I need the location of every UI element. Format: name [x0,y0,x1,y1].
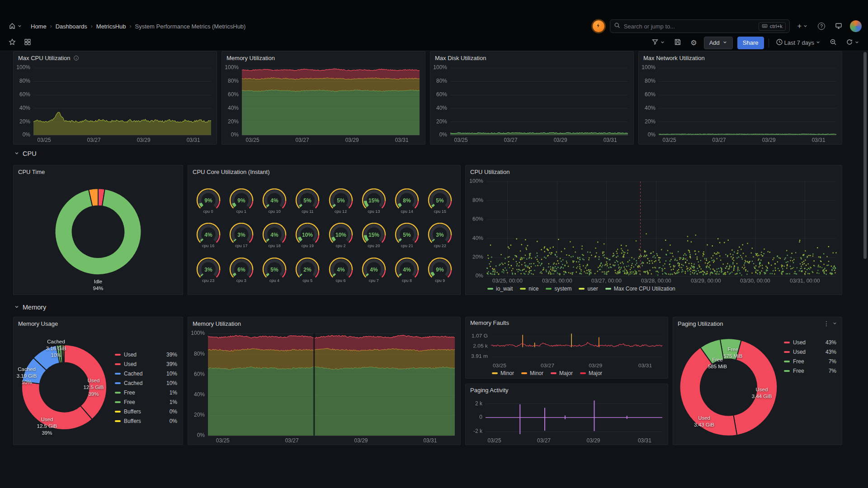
max-network-chart[interactable] [639,64,842,144]
panel-cpu-time: CPU Time Idle94% [13,165,183,295]
legend-item[interactable]: Major [580,370,602,376]
legend-row[interactable]: Free7% [784,366,836,375]
memory-usage-legend: Used39%Used39%Cached10%Cached10%Free1%Fr… [115,330,183,445]
panel-title[interactable]: Paging Activity [470,387,509,394]
add-button[interactable]: Add [704,37,733,49]
legend-row[interactable]: Cached10% [115,379,177,387]
panel-title[interactable]: Memory Usage [18,320,58,327]
legend-item[interactable]: user [579,286,598,292]
gauge-label: cpu 14 [401,209,413,214]
memory-utilization-chart[interactable] [222,64,425,144]
panel-title[interactable]: Max CPU Utilization [18,55,71,61]
legend-item[interactable]: Major [551,370,573,376]
cpu-gauge: cpu 3 [225,258,258,283]
chevron-down-icon[interactable] [832,319,837,328]
cpu-gauge: cpu 20 [357,223,390,248]
memory-utilization-main-chart[interactable] [188,330,460,445]
legend-item[interactable]: io_wait [487,286,513,292]
legend-label: Cached [124,371,163,377]
filter-button[interactable] [649,36,667,49]
legend-row[interactable]: Free7% [784,357,836,366]
legend-item[interactable]: system [546,286,571,292]
alert-indicator[interactable] [593,20,604,32]
cpu-gauge: cpu 6 [324,258,357,283]
search-input[interactable]: Search or jump to... ctrl+k [610,19,790,33]
refresh-button[interactable] [844,36,862,49]
breadcrumb-home[interactable]: Home [31,23,47,30]
display-button[interactable] [833,20,844,33]
help-button[interactable]: ? [816,20,827,32]
new-button[interactable]: + [795,20,810,32]
legend-row[interactable]: Free1% [115,398,177,406]
cpu-gauge: cpu 9 [424,258,457,283]
legend-item[interactable]: Minor [492,370,514,376]
panel-title[interactable]: Memory Utilization [226,55,275,61]
panel-title[interactable]: Memory Faults [470,319,509,326]
legend-row[interactable]: Buffers0% [115,417,177,425]
paging-utilization-donut[interactable]: Free575 MiBFree585 MiBUsed3.44 GiBUsed3.… [673,330,784,445]
legend-item[interactable]: Max Core CPU Utilization [605,286,675,292]
panel-memory-usage: Memory Usage Cached3.16 GiB10%Cached3.19… [13,317,183,445]
user-avatar[interactable] [850,20,862,32]
legend-item[interactable]: Minor [521,370,543,376]
memory-faults-chart[interactable] [466,328,668,369]
memory-faults-legend: MinorMinorMajorMajor [466,369,668,378]
legend-row[interactable]: Used39% [115,350,177,359]
cpu-gauge: cpu 15 [424,188,457,214]
share-button[interactable]: Share [737,37,764,49]
time-range-label: Last 7 days [784,39,815,46]
gauge-label: cpu 13 [368,209,380,214]
legend-chip [546,288,552,290]
panel-title[interactable]: Max Disk Utilization [435,55,486,61]
cpu-time-donut[interactable]: Idle94% [14,178,183,295]
favorite-button[interactable] [6,36,18,49]
paging-activity-chart[interactable] [466,396,668,445]
add-label: Add [709,39,720,46]
settings-button[interactable]: ⚙ [688,37,699,49]
breadcrumb-separator: › [91,23,93,29]
breadcrumb-dashboards[interactable]: Dashboards [56,23,87,30]
legend-label: nice [528,286,538,292]
breadcrumb-separator: › [130,23,132,29]
panel-title[interactable]: CPU Utilization [470,169,509,175]
max-cpu-chart[interactable] [14,64,217,144]
legend-label: Major [589,370,602,376]
memory-usage-donut[interactable]: Cached3.16 GiB10%Cached3.19 GiB10%Used12… [14,330,115,445]
panel-title[interactable]: CPU Core Utilization (Instant) [193,169,270,175]
breadcrumb-metricshub[interactable]: MetricsHub [96,23,126,30]
panel-title[interactable]: CPU Time [18,169,45,175]
panel-title[interactable]: Max Network Utilization [643,55,705,61]
cpu-gauge: cpu 12 [324,188,357,214]
section-memory[interactable]: Memory [14,302,46,312]
zoom-out-button[interactable] [827,36,839,49]
search-placeholder: Search or jump to... [624,23,755,30]
save-icon [674,38,681,47]
shared-dashboard-button[interactable] [22,36,33,49]
legend-row[interactable]: Cached10% [115,369,177,378]
nav-left: Home › Dashboards › MetricsHub › System … [6,20,245,33]
panel-title[interactable]: Memory Utilization [193,320,241,327]
legend-label: Major [559,370,573,376]
info-icon[interactable] [73,55,79,61]
legend-row[interactable]: Used39% [115,360,177,368]
save-button[interactable] [672,36,684,49]
panel-max-network: Max Network Utilization [638,51,842,145]
info-icon[interactable] [489,55,495,61]
legend-row[interactable]: Free1% [115,388,177,397]
scrollbar-thumb[interactable] [863,52,867,259]
section-cpu[interactable]: CPU [14,149,37,159]
panel-menu-icon[interactable]: ⋮ [823,320,830,327]
cpu-utilization-chart[interactable] [466,178,842,285]
legend-chip [115,354,121,356]
home-button[interactable] [6,20,24,33]
legend-row[interactable]: Used43% [784,338,836,347]
panel-title[interactable]: Paging Utilization [678,320,723,327]
legend-row[interactable]: Buffers0% [115,407,177,416]
cpu-utilization-legend: io_waitnicesystemuserMax Core CPU Utiliz… [466,285,842,295]
top-chrome: Home › Dashboards › MetricsHub › System … [0,0,868,51]
legend-row[interactable]: Used43% [784,347,836,356]
legend-value: 1% [170,399,177,405]
legend-item[interactable]: nice [520,286,538,292]
max-disk-chart[interactable] [430,64,633,144]
time-range-picker[interactable]: Last 7 days [774,36,823,49]
